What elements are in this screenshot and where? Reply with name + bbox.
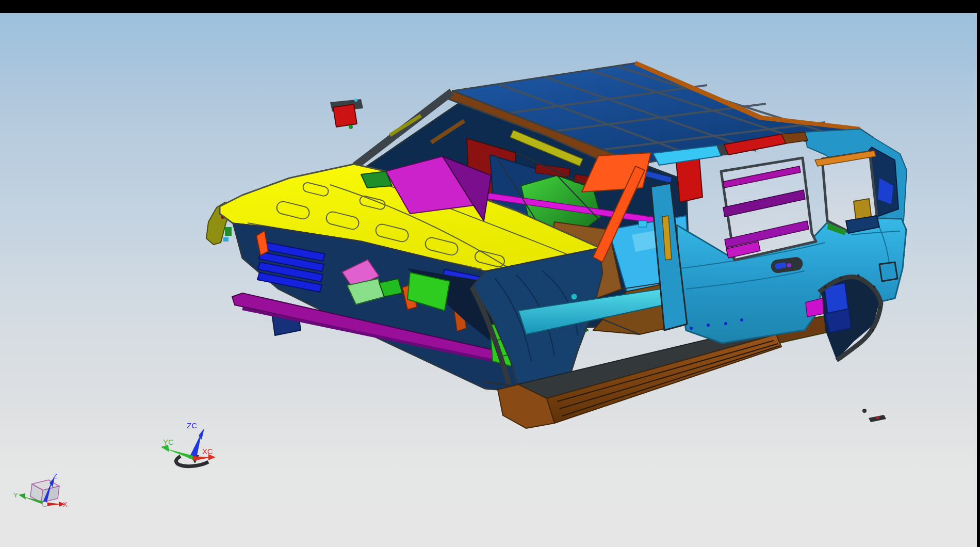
application-window: ZC YC XC Z Y X	[0, 0, 980, 547]
car-model[interactable]	[206, 61, 907, 428]
debris-parts	[862, 409, 886, 422]
hvac-cyan-bit[interactable]	[639, 221, 647, 227]
cowl-green-sliver[interactable]	[361, 171, 392, 188]
fender-strip-cyan-bit	[223, 237, 228, 242]
scene-svg: ZC YC XC Z Y X	[0, 0, 980, 547]
mirror-bracket-red[interactable]	[333, 104, 357, 127]
datum-z-label: Z	[53, 472, 57, 480]
datum-csys[interactable]: Z Y X	[13, 472, 68, 508]
window-right-bar	[977, 0, 980, 547]
datum-x-label: X	[63, 501, 68, 508]
tail-lamp-bracket[interactable]	[879, 262, 897, 281]
wcs-z-label: ZC	[187, 421, 197, 430]
bracket-cyan-dot	[354, 99, 357, 102]
wcs-x-label: XC	[202, 447, 213, 456]
debris-dot[interactable]	[862, 409, 867, 413]
datum-origin-ball[interactable]	[42, 502, 47, 507]
fender-strip-green-bit	[225, 227, 232, 236]
window-top-bar	[0, 0, 980, 13]
datum-y-arrowhead	[19, 493, 26, 500]
rail-brown-segment[interactable]	[781, 132, 808, 143]
wcs-triad[interactable]: ZC YC XC	[161, 421, 216, 466]
bracket-green-dot	[349, 125, 353, 129]
datum-y-label: Y	[13, 491, 18, 499]
fender-teal-hole	[571, 294, 577, 300]
wcs-y-label: YC	[163, 438, 174, 446]
